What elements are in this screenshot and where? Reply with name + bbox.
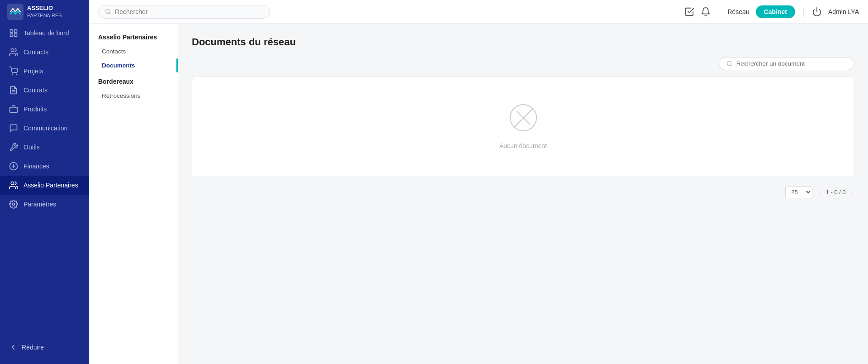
sidebar-item-contrats[interactable]: Contrats bbox=[0, 81, 89, 100]
empty-label: Aucun document bbox=[499, 142, 547, 149]
user-label[interactable]: Admin LYA bbox=[828, 8, 859, 15]
empty-state-icon bbox=[510, 104, 537, 131]
sub-sidebar-section-1-title: Asselio Partenaires bbox=[89, 31, 178, 44]
sidebar-item-tableau-de-bord[interactable]: Tableau de bord bbox=[0, 24, 89, 43]
svg-point-5 bbox=[11, 49, 14, 52]
document-search-input[interactable] bbox=[736, 60, 847, 67]
logo-area: ASSELIOPARTENAIRES bbox=[0, 0, 89, 24]
cabinet-button[interactable]: Cabinet bbox=[756, 5, 795, 18]
search-input[interactable] bbox=[115, 8, 263, 15]
reduce-button[interactable]: Réduire bbox=[9, 339, 80, 356]
chevron-left-icon bbox=[9, 343, 17, 351]
pagination-range: 1 - 0 / 0 bbox=[826, 189, 846, 196]
contacts-icon bbox=[9, 48, 18, 57]
logo-icon bbox=[7, 4, 24, 20]
sub-sidebar-item-documents[interactable]: Documents bbox=[89, 58, 178, 72]
sub-sidebar-item-retrocessions[interactable]: Rétrocessions bbox=[89, 89, 178, 103]
pagination-prev-button[interactable]: ‹ bbox=[817, 188, 823, 196]
sub-sidebar-section-2-title: Bordereaux bbox=[89, 72, 178, 89]
svg-point-6 bbox=[12, 74, 13, 75]
svg-rect-4 bbox=[10, 34, 13, 37]
documents-card: Aucun document bbox=[192, 77, 854, 177]
communication-icon bbox=[9, 124, 18, 133]
topbar-divider2 bbox=[803, 7, 804, 17]
svg-rect-1 bbox=[10, 30, 13, 33]
svg-point-12 bbox=[11, 182, 14, 185]
sub-sidebar-item-contacts[interactable]: Contacts bbox=[89, 44, 178, 58]
svg-rect-3 bbox=[14, 34, 17, 37]
global-search[interactable] bbox=[98, 5, 270, 19]
power-icon[interactable] bbox=[812, 7, 822, 17]
outils-icon bbox=[9, 143, 18, 152]
svg-rect-10 bbox=[10, 107, 18, 113]
pagination-next-button[interactable]: › bbox=[849, 188, 854, 196]
logo: ASSELIOPARTENAIRES bbox=[7, 4, 62, 20]
svg-line-18 bbox=[731, 65, 732, 66]
pagination-bar: 10 25 50 100 ‹ 1 - 0 / 0 › bbox=[192, 186, 854, 198]
sidebar-item-contacts[interactable]: Contacts bbox=[0, 43, 89, 62]
main-area: Réseau Cabinet Admin LYA Asselio Partena… bbox=[89, 0, 868, 364]
sidebar-item-asselio-partenaires[interactable]: Asselio Partenaires bbox=[0, 176, 89, 195]
notifications-icon[interactable] bbox=[701, 7, 711, 17]
document-search-bar bbox=[192, 57, 854, 70]
topbar: Réseau Cabinet Admin LYA bbox=[89, 0, 868, 24]
contrats-icon bbox=[9, 86, 18, 95]
svg-line-19 bbox=[517, 111, 530, 124]
reseau-link[interactable]: Réseau bbox=[727, 8, 749, 15]
sidebar-item-communication[interactable]: Communication bbox=[0, 119, 89, 138]
sidebar-item-finances[interactable]: Finances bbox=[0, 157, 89, 176]
svg-point-13 bbox=[13, 203, 15, 206]
doc-search-icon bbox=[726, 60, 733, 67]
search-icon bbox=[105, 8, 111, 15]
topbar-actions: Réseau Cabinet Admin LYA bbox=[684, 5, 859, 18]
sub-sidebar: Asselio Partenaires Contacts Documents B… bbox=[89, 24, 178, 364]
asselio-icon bbox=[9, 181, 18, 190]
svg-point-7 bbox=[16, 74, 17, 75]
page-content: Documents du réseau Aucun document bbox=[178, 24, 868, 364]
dashboard-icon bbox=[9, 29, 18, 38]
topbar-divider bbox=[719, 7, 719, 17]
projets-icon bbox=[9, 67, 18, 76]
no-document-icon bbox=[516, 110, 531, 125]
document-search-wrap[interactable] bbox=[719, 57, 854, 70]
sidebar-item-parametres[interactable]: Paramètres bbox=[0, 195, 89, 214]
page-title: Documents du réseau bbox=[192, 36, 854, 48]
sidebar-item-projets[interactable]: Projets bbox=[0, 62, 89, 81]
content-area: Asselio Partenaires Contacts Documents B… bbox=[89, 24, 868, 364]
finances-icon bbox=[9, 162, 18, 171]
sidebar-bottom: Réduire bbox=[0, 334, 89, 364]
sidebar-item-produits[interactable]: Produits bbox=[0, 100, 89, 119]
sidebar-item-outils[interactable]: Outils bbox=[0, 138, 89, 157]
sidebar: ASSELIOPARTENAIRES Tableau de bord Conta… bbox=[0, 0, 89, 364]
parametres-icon bbox=[9, 200, 18, 209]
svg-rect-2 bbox=[14, 30, 17, 33]
sidebar-nav: Tableau de bord Contacts Projets Contrat… bbox=[0, 24, 89, 334]
pagination-nav: ‹ 1 - 0 / 0 › bbox=[817, 188, 854, 196]
produits-icon bbox=[9, 105, 18, 114]
per-page-select[interactable]: 10 25 50 100 bbox=[785, 186, 812, 198]
svg-line-15 bbox=[109, 13, 111, 14]
tasks-icon[interactable] bbox=[684, 7, 694, 17]
logo-text: ASSELIOPARTENAIRES bbox=[27, 5, 62, 19]
